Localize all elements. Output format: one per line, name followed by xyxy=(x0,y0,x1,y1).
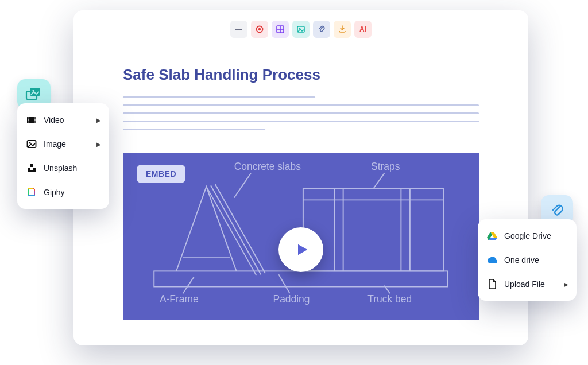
giphy-icon xyxy=(26,187,37,197)
svg-line-18 xyxy=(211,185,261,274)
svg-rect-47 xyxy=(33,188,34,189)
tool-attach[interactable] xyxy=(313,21,330,38)
text-placeholder-line xyxy=(123,129,265,130)
svg-line-14 xyxy=(373,173,384,189)
svg-line-26 xyxy=(183,277,194,293)
svg-rect-48 xyxy=(34,189,35,191)
embedded-media: Concrete slabs Straps A-Frame Padding Tr… xyxy=(123,153,479,320)
attach-menu: Google Drive One drive Upload File ▶ xyxy=(478,219,577,301)
page-title: Safe Slab Handling Process xyxy=(123,66,479,84)
svg-line-17 xyxy=(206,187,256,275)
text-placeholder-line xyxy=(123,104,479,106)
svg-point-35 xyxy=(28,119,29,121)
svg-line-27 xyxy=(278,274,289,293)
tool-ai[interactable]: AI xyxy=(354,21,372,38)
image-icon xyxy=(26,139,37,149)
play-button[interactable] xyxy=(278,227,323,272)
menu-item-label: Giphy xyxy=(44,188,65,197)
svg-point-34 xyxy=(28,118,29,119)
toolbar: AI xyxy=(74,10,528,46)
media-menu: Video ▶ Image ▶ Unsplash Giphy xyxy=(17,103,109,209)
menu-item-one-drive[interactable]: One drive xyxy=(478,248,577,272)
svg-line-19 xyxy=(215,184,265,273)
svg-text:A-Frame: A-Frame xyxy=(160,293,199,305)
google-drive-icon xyxy=(487,231,497,241)
menu-item-label: Google Drive xyxy=(504,231,551,240)
media-stack-icon xyxy=(25,87,42,102)
document-body: Safe Slab Handling Process Concrete slab… xyxy=(74,46,528,320)
svg-rect-45 xyxy=(28,188,33,189)
tool-media[interactable] xyxy=(292,21,310,38)
menu-item-google-drive[interactable]: Google Drive xyxy=(478,224,577,248)
svg-rect-20 xyxy=(303,189,443,271)
svg-text:Padding: Padding xyxy=(273,293,310,305)
menu-item-label: One drive xyxy=(504,255,539,265)
chevron-right-icon: ▶ xyxy=(96,117,101,123)
svg-rect-42 xyxy=(30,164,33,167)
paperclip-icon xyxy=(550,202,564,218)
menu-item-video[interactable]: Video ▶ xyxy=(17,108,109,132)
svg-text:Straps: Straps xyxy=(371,161,400,172)
menu-item-image[interactable]: Image ▶ xyxy=(17,132,109,156)
svg-point-41 xyxy=(29,142,31,144)
svg-text:Concrete slabs: Concrete slabs xyxy=(234,161,301,172)
text-placeholder-line xyxy=(123,112,479,114)
svg-rect-46 xyxy=(28,195,35,196)
text-placeholder-line xyxy=(123,96,315,98)
unsplash-icon xyxy=(26,163,37,173)
file-icon xyxy=(487,279,497,289)
menu-item-label: Video xyxy=(44,115,64,125)
onedrive-icon xyxy=(487,255,497,265)
tool-import[interactable] xyxy=(334,21,351,38)
menu-item-label: Upload File xyxy=(504,279,545,289)
play-icon xyxy=(294,242,310,258)
chevron-right-icon: ▶ xyxy=(564,281,568,288)
svg-point-2 xyxy=(258,28,261,30)
svg-rect-15 xyxy=(154,271,448,286)
embed-badge: EMBED xyxy=(137,165,185,183)
svg-point-38 xyxy=(34,119,36,121)
editor-window: AI Safe Slab Handling Process Concrete s… xyxy=(74,10,528,345)
tool-divider[interactable] xyxy=(230,21,247,38)
svg-point-39 xyxy=(34,122,36,123)
menu-item-upload-file[interactable]: Upload File ▶ xyxy=(478,272,577,296)
tool-table[interactable] xyxy=(272,21,289,38)
chevron-right-icon: ▶ xyxy=(96,141,101,147)
video-icon xyxy=(26,115,37,125)
svg-point-37 xyxy=(34,118,36,119)
text-placeholder-line xyxy=(123,121,479,122)
menu-item-label: Unsplash xyxy=(44,164,77,173)
svg-line-13 xyxy=(234,173,251,198)
menu-item-giphy[interactable]: Giphy xyxy=(17,180,109,204)
svg-point-36 xyxy=(28,122,29,123)
svg-text:Truck bed: Truck bed xyxy=(368,293,412,305)
menu-item-label: Image xyxy=(44,139,66,149)
menu-item-unsplash[interactable]: Unsplash xyxy=(17,156,109,180)
svg-rect-43 xyxy=(28,188,29,196)
tool-record[interactable] xyxy=(251,21,268,38)
